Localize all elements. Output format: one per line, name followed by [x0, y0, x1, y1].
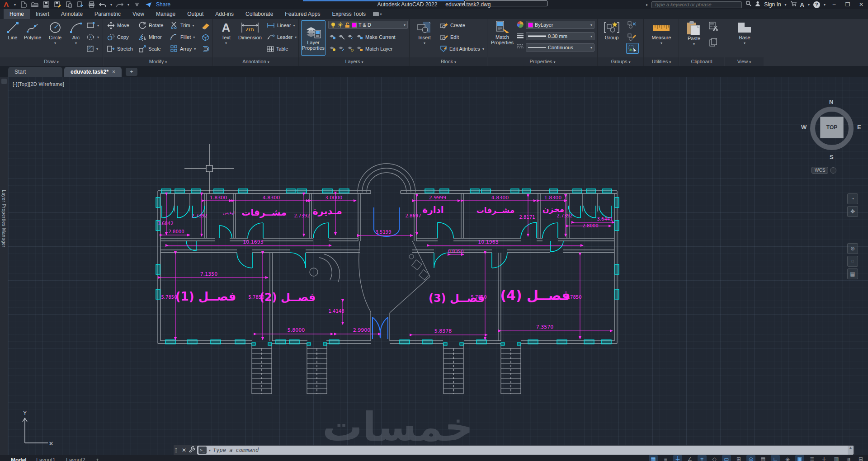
minimize-button[interactable]: –: [829, 1, 839, 8]
group-selection-toggle[interactable]: [626, 43, 639, 54]
status-toggle-icon[interactable]: ▣: [795, 455, 804, 461]
move-button[interactable]: Move: [107, 20, 129, 31]
group-button[interactable]: Group: [600, 21, 623, 40]
panel-label-draw[interactable]: Draw ▾: [0, 57, 103, 66]
polyline-button[interactable]: Polyline: [21, 21, 44, 40]
panel-label-annotation[interactable]: Annotation ▾: [213, 57, 298, 66]
ribbon-tab-view[interactable]: View: [127, 9, 150, 19]
status-toggle-icon[interactable]: ◈: [783, 455, 792, 461]
viewcube[interactable]: N S W E TOP: [801, 99, 861, 162]
status-toggle-icon[interactable]: ▦: [649, 455, 658, 461]
tab-active-document[interactable]: eduvate.task2*×: [64, 67, 122, 77]
ribbon-tab-home[interactable]: Home: [4, 9, 30, 19]
pan-button[interactable]: ✥: [847, 206, 858, 217]
linetype-dropdown[interactable]: Continuous▾: [526, 43, 594, 52]
new-drawing-tab-button[interactable]: +: [126, 68, 137, 76]
viewcube-east[interactable]: E: [857, 124, 861, 131]
layout1-tab[interactable]: Layout1: [36, 456, 56, 461]
command-bar-close-icon[interactable]: ✕: [181, 447, 187, 453]
panel-label-modify[interactable]: Modify ▾: [104, 57, 212, 66]
drawing-canvas[interactable]: خمسات 1.83004.83003.00002.99994.83001.83…: [8, 77, 868, 461]
orbit-button[interactable]: ◌: [847, 256, 858, 267]
status-toggle-icon[interactable]: ◇: [710, 455, 719, 461]
close-button[interactable]: ✕: [856, 1, 866, 8]
make-current-button[interactable]: Make Current: [329, 32, 396, 42]
layer-properties-button[interactable]: Layer Properties: [301, 20, 326, 56]
ribbon-tab-output[interactable]: Output: [181, 9, 209, 19]
save-icon[interactable]: [42, 1, 50, 8]
linear-button[interactable]: Linear▾: [267, 20, 295, 31]
status-toggle-icon[interactable]: ≣: [807, 455, 816, 461]
command-input[interactable]: >_ ▾ Type a command ▲: [197, 446, 854, 455]
ribbon-tab-parametric[interactable]: Parametric: [89, 9, 127, 19]
status-toggle-icon[interactable]: ⌗: [698, 455, 707, 461]
showmotion-button[interactable]: ▤: [847, 268, 858, 279]
status-toggle-icon[interactable]: ⊟: [856, 455, 865, 461]
base-button[interactable]: Base▾: [733, 21, 756, 46]
panel-label-view[interactable]: View ▾: [725, 57, 764, 66]
layer-select-dropdown[interactable]: T & D ▾: [328, 21, 408, 29]
object-color-dropdown[interactable]: ByLayer▾: [526, 21, 594, 29]
layout2-tab[interactable]: Layout2: [66, 456, 85, 461]
workspace-icon[interactable]: [133, 1, 141, 8]
viewcube-north[interactable]: N: [829, 99, 833, 105]
table-button[interactable]: Table: [267, 43, 288, 54]
restore-button[interactable]: ❐: [843, 1, 853, 8]
offset-icon[interactable]: [201, 43, 210, 54]
panel-label-properties[interactable]: Properties ▾: [488, 57, 597, 66]
paste-button[interactable]: Paste▾: [682, 21, 706, 47]
copy-button[interactable]: Copy: [107, 32, 129, 42]
panel-label-utilities[interactable]: Utilities ▾: [644, 57, 679, 66]
redo-dropdown-icon[interactable]: ▾: [127, 3, 129, 7]
hatch-tool-button[interactable]: ▾: [87, 43, 98, 54]
command-bar[interactable]: ⣿ ✕ >_ ▾ Type a command ▲: [174, 445, 854, 456]
recent-commands-icon[interactable]: ▾: [209, 448, 211, 452]
status-toggle-icon[interactable]: ▥: [832, 455, 841, 461]
mirror-button[interactable]: Mirror: [139, 32, 162, 42]
command-history-scroll[interactable]: ▲: [848, 446, 854, 455]
user-icon[interactable]: [755, 0, 760, 9]
layer-properties-manager-palette[interactable]: Layer Properties Manager: [0, 77, 8, 455]
save-to-mobile-icon[interactable]: [65, 1, 72, 8]
undo-dropdown-icon[interactable]: ▾: [110, 3, 112, 7]
undo-icon[interactable]: [99, 1, 106, 8]
status-toggle-icon[interactable]: ⊞: [734, 455, 743, 461]
ribbon-tab-annotate[interactable]: Annotate: [55, 9, 89, 19]
ungroup-icon[interactable]: [627, 19, 636, 30]
new-file-icon[interactable]: [20, 1, 27, 8]
match-properties-button[interactable]: Match Properties: [490, 20, 515, 45]
status-toggle-icon[interactable]: ∠: [685, 455, 694, 461]
ribbon-tab-express-tools[interactable]: Express Tools: [326, 9, 371, 19]
viewcube-top-face[interactable]: TOP: [820, 117, 844, 138]
wcs-orb-icon[interactable]: [830, 167, 836, 174]
ribbon-tab-manage[interactable]: Manage: [150, 9, 181, 19]
tab-start[interactable]: Start: [8, 67, 62, 77]
status-toggle-icon[interactable]: ✛: [820, 455, 829, 461]
arc-button[interactable]: Arc▾: [64, 21, 88, 46]
share-label[interactable]: Share: [156, 1, 170, 8]
save-as-icon[interactable]: [54, 1, 61, 8]
zoom-extents-button[interactable]: ⊕: [847, 243, 858, 254]
lineweight-dropdown[interactable]: 0.30 mm▾: [526, 32, 594, 40]
help-icon[interactable]: ?: [813, 1, 820, 8]
edit-attributes-button[interactable]: Edit Attributes▾: [440, 43, 484, 54]
status-toggle-icon[interactable]: ∟: [771, 455, 780, 461]
text-button[interactable]: A Text▾: [216, 21, 236, 46]
status-toggle-icon[interactable]: ┼: [673, 455, 682, 461]
autodesk-app-icon[interactable]: A: [800, 1, 804, 8]
panel-label-block[interactable]: Block ▾: [410, 57, 487, 66]
keyword-search-input[interactable]: [651, 1, 742, 8]
viewport-controls[interactable]: [-][Top][2D Wireframe]: [13, 81, 64, 87]
open-folder-icon[interactable]: [31, 1, 38, 8]
viewcube-south[interactable]: S: [830, 154, 834, 160]
status-toggle-icon[interactable]: ◎: [746, 455, 755, 461]
erase-icon[interactable]: [201, 20, 210, 31]
stretch-button[interactable]: Stretch: [107, 43, 133, 54]
customize-wrench-icon[interactable]: [189, 446, 195, 454]
ribbon-tab-featured-apps[interactable]: Featured Apps: [279, 9, 326, 19]
trim-button[interactable]: Trim▾: [170, 20, 194, 31]
command-bar-grip-icon[interactable]: ⣿: [175, 449, 179, 452]
ribbon-state-icon[interactable]: [373, 12, 379, 16]
insert-block-button[interactable]: Insert▾: [413, 21, 436, 46]
rectangle-tool-button[interactable]: ▾: [87, 20, 99, 31]
